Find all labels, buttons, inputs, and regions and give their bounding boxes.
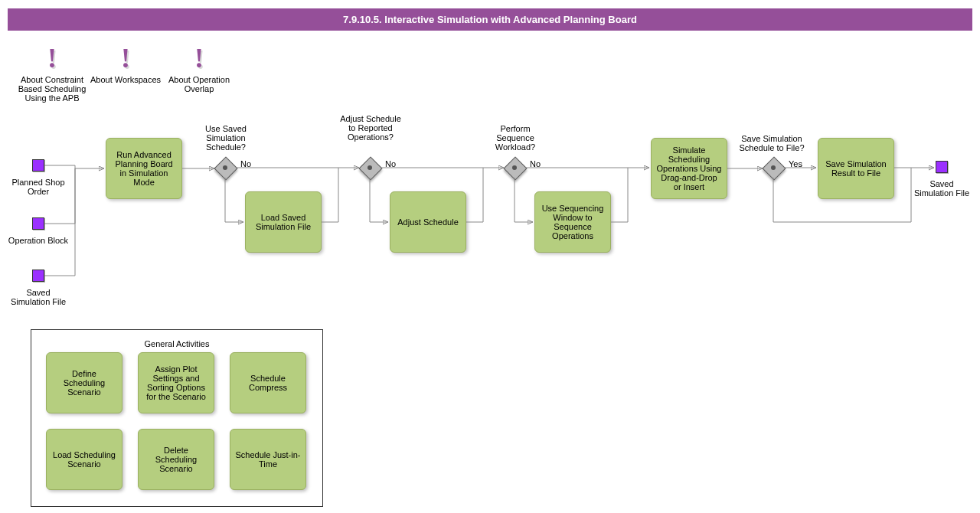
gateway-perform-workload (504, 157, 525, 178)
activity-run-apb[interactable]: Run Advanced Planning Board in Simulatio… (106, 138, 182, 199)
gateway-save-to-file (763, 157, 784, 178)
exclaim-icon: ! (14, 44, 90, 72)
activity-sequencing-window[interactable]: Use Sequencing Window to Sequence Operat… (534, 191, 611, 253)
gateway-no-label: No (385, 159, 396, 168)
gateway-question: Use Saved Simulation Schedule? (195, 124, 256, 152)
general-activities-title: General Activities (31, 339, 322, 348)
activity-schedule-jit[interactable]: Schedule Just-in-Time (230, 429, 306, 490)
start-label: Operation Block (8, 236, 69, 245)
note-label: About Operation Overlap (161, 75, 237, 93)
gateway-question: Perform Sequence Workload? (485, 124, 546, 152)
gateway-no-label: No (530, 159, 541, 168)
activity-load-saved-file[interactable]: Load Saved Simulation File (245, 191, 322, 253)
end-label: Saved Simulation File (911, 179, 972, 198)
gateway-adjust-schedule (359, 157, 381, 178)
activity-save-result[interactable]: Save Simulation Result to File (818, 138, 894, 199)
activity-simulate-drag-drop[interactable]: Simulate Scheduling Operations Using Dra… (651, 138, 727, 199)
page-title: 7.9.10.5. Interactive Simulation with Ad… (8, 8, 972, 31)
exclaim-icon: ! (87, 44, 164, 72)
start-event-saved-sim-file (32, 270, 44, 282)
activity-schedule-compress[interactable]: Schedule Compress (230, 352, 306, 413)
gateway-yes-label: Yes (789, 159, 802, 168)
note-label: About Workspaces (87, 75, 164, 84)
note-constraint-scheduling[interactable]: ! About Constraint Based Scheduling Usin… (14, 44, 90, 103)
activity-delete-scenario[interactable]: Delete Scheduling Scenario (138, 429, 214, 490)
activity-adjust-schedule[interactable]: Adjust Schedule (390, 191, 466, 253)
start-event-planned-shop-order (32, 159, 44, 172)
note-operation-overlap[interactable]: ! About Operation Overlap (161, 44, 237, 93)
activity-load-scenario[interactable]: Load Scheduling Scenario (46, 429, 122, 490)
activity-assign-plot-settings[interactable]: Assign Plot Settings and Sorting Options… (138, 352, 214, 413)
gateway-question: Adjust Schedule to Reported Operations? (340, 114, 401, 142)
note-label: About Constraint Based Scheduling Using … (14, 75, 90, 103)
end-event-saved-sim-file (936, 161, 948, 173)
exclaim-icon: ! (161, 44, 237, 72)
start-label: Planned Shop Order (8, 178, 69, 196)
activity-define-scenario[interactable]: Define Scheduling Scenario (46, 352, 122, 413)
start-label: Saved Simulation File (8, 288, 69, 306)
gateway-no-label: No (240, 159, 251, 168)
start-event-operation-block (32, 217, 44, 230)
gateway-question: Save Simulation Schedule to File? (733, 134, 810, 152)
note-workspaces[interactable]: ! About Workspaces (87, 44, 164, 84)
gateway-use-saved-schedule (214, 157, 236, 178)
